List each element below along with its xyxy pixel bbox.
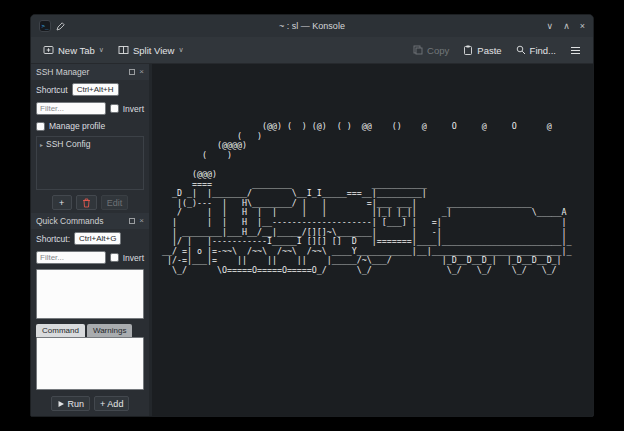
quick-commands-panel: Quick Commands × Shortcut: Ctrl+Alt+G I bbox=[31, 213, 149, 416]
minimize-button[interactable]: ∨ bbox=[547, 22, 554, 31]
ssh-manager-header-icons: × bbox=[129, 68, 144, 76]
run-icon bbox=[57, 400, 65, 408]
qc-filter-row: Invert bbox=[31, 248, 149, 267]
chevron-down-icon: ∨ bbox=[99, 46, 104, 54]
find-button[interactable]: Find... bbox=[510, 41, 562, 60]
split-view-icon bbox=[118, 45, 129, 55]
tree-expander-icon[interactable]: ▸ bbox=[40, 141, 43, 148]
ssh-invert-label: Invert bbox=[123, 104, 144, 114]
ssh-manager-header[interactable]: SSH Manager × bbox=[31, 64, 149, 80]
copy-button[interactable]: Copy bbox=[407, 41, 455, 60]
window-controls: ∨ ∧ × bbox=[547, 22, 585, 31]
add-command-button[interactable]: + Add bbox=[94, 396, 129, 411]
ssh-config-tree[interactable]: ▸ SSH Config bbox=[36, 136, 144, 190]
manage-profile-label: Manage profile bbox=[49, 121, 105, 131]
tree-item-label: SSH Config bbox=[46, 139, 90, 149]
find-label: Find... bbox=[530, 45, 556, 56]
ssh-shortcut-label: Shortcut bbox=[36, 85, 68, 95]
command-editor[interactable] bbox=[36, 337, 144, 390]
qc-shortcut-label: Shortcut: bbox=[36, 234, 70, 244]
split-view-button[interactable]: Split View ∨ bbox=[112, 41, 190, 60]
paste-button[interactable]: Paste bbox=[457, 41, 507, 60]
desktop-background: >_ ~ : sl — Konsole ∨ ∧ × New Tab ∨ bbox=[0, 0, 624, 431]
manage-profile-checkbox[interactable] bbox=[36, 122, 45, 131]
qc-shortcut-button[interactable]: Ctrl+Alt+G bbox=[74, 232, 121, 245]
run-label: Run bbox=[68, 399, 85, 409]
trash-icon bbox=[82, 198, 91, 208]
konsole-window: >_ ~ : sl — Konsole ∨ ∧ × New Tab ∨ bbox=[30, 14, 594, 417]
close-panel-icon[interactable]: × bbox=[139, 217, 144, 225]
tab-warnings[interactable]: Warnings bbox=[87, 324, 133, 337]
main-area: SSH Manager × Shortcut Ctrl+Alt+H Invert bbox=[31, 64, 593, 416]
paste-icon bbox=[463, 45, 473, 55]
toolbar-right-group: Copy Paste Find... bbox=[407, 41, 587, 60]
window-title: ~ : sl — Konsole bbox=[279, 21, 345, 31]
qc-tabs: Command Warnings bbox=[31, 321, 149, 337]
qc-invert-checkbox[interactable] bbox=[110, 253, 119, 262]
ssh-filter-row: Invert bbox=[31, 99, 149, 118]
ssh-buttons-row: + Edit bbox=[31, 192, 149, 213]
ssh-edit-button[interactable]: Edit bbox=[101, 195, 129, 210]
new-tab-label: New Tab bbox=[58, 45, 95, 56]
hamburger-icon bbox=[570, 46, 581, 55]
titlebar-icons: >_ bbox=[39, 17, 65, 35]
run-button[interactable]: Run bbox=[51, 396, 91, 411]
chevron-down-icon: ∨ bbox=[178, 46, 183, 54]
rename-session-icon bbox=[56, 17, 65, 35]
split-view-label: Split View bbox=[133, 45, 175, 56]
manage-profile-row: Manage profile bbox=[31, 118, 149, 134]
float-panel-icon[interactable] bbox=[129, 69, 135, 75]
titlebar[interactable]: >_ ~ : sl — Konsole ∨ ∧ × bbox=[31, 15, 593, 37]
tab-command[interactable]: Command bbox=[36, 324, 85, 337]
menu-button[interactable] bbox=[564, 42, 587, 59]
copy-icon bbox=[413, 45, 423, 55]
search-icon bbox=[516, 45, 526, 55]
float-panel-icon[interactable] bbox=[129, 218, 135, 224]
plugin-dock: SSH Manager × Shortcut Ctrl+Alt+H Invert bbox=[31, 64, 149, 416]
close-button[interactable]: × bbox=[580, 22, 585, 31]
maximize-button[interactable]: ∧ bbox=[563, 22, 570, 31]
qc-buttons-row: Run + Add bbox=[31, 392, 149, 416]
main-toolbar: New Tab ∨ Split View ∨ Copy bbox=[31, 37, 593, 64]
ssh-delete-button[interactable] bbox=[76, 195, 97, 210]
quick-commands-header-icons: × bbox=[129, 217, 144, 225]
ssh-manager-title: SSH Manager bbox=[36, 67, 89, 77]
new-tab-button[interactable]: New Tab ∨ bbox=[37, 41, 110, 60]
qc-filter-input[interactable] bbox=[36, 251, 106, 264]
qc-shortcut-row: Shortcut: Ctrl+Alt+G bbox=[31, 229, 149, 248]
ssh-add-button[interactable]: + bbox=[52, 195, 72, 210]
close-panel-icon[interactable]: × bbox=[139, 68, 144, 76]
command-list[interactable] bbox=[36, 269, 144, 319]
ssh-invert-checkbox[interactable] bbox=[110, 104, 119, 113]
tree-item-ssh-config[interactable]: ▸ SSH Config bbox=[40, 139, 140, 149]
ssh-filter-input[interactable] bbox=[36, 102, 106, 115]
copy-label: Copy bbox=[427, 45, 449, 56]
konsole-app-icon: >_ bbox=[39, 20, 51, 32]
quick-commands-header[interactable]: Quick Commands × bbox=[31, 213, 149, 229]
ssh-shortcut-button[interactable]: Ctrl+Alt+H bbox=[72, 83, 119, 96]
terminal-view[interactable]: (@@) ( ) (@) ( ) @@ () @ O @ O @ ( ) (@@… bbox=[152, 64, 593, 416]
terminal-output: (@@) ( ) (@) ( ) @@ () @ O @ O @ ( ) (@@… bbox=[162, 122, 572, 276]
quick-commands-title: Quick Commands bbox=[36, 216, 104, 226]
ssh-shortcut-row: Shortcut Ctrl+Alt+H bbox=[31, 80, 149, 99]
qc-invert-label: Invert bbox=[123, 253, 144, 263]
paste-label: Paste bbox=[477, 45, 501, 56]
new-tab-icon bbox=[43, 45, 54, 55]
